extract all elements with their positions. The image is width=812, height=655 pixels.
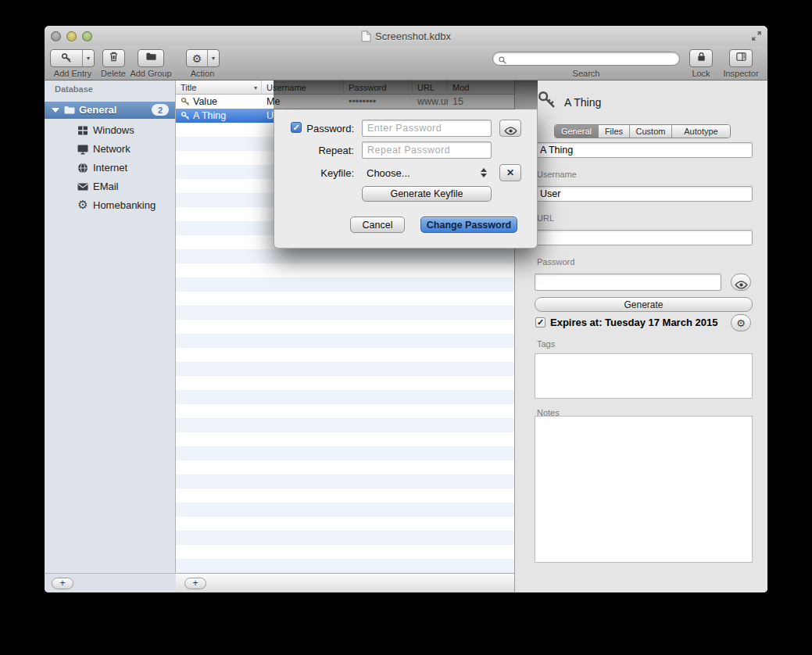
key-icon xyxy=(181,97,191,107)
keyfile-popup[interactable]: Choose... xyxy=(362,164,492,181)
change-password-button[interactable]: Change Password xyxy=(420,217,517,233)
inspector-label: Inspector xyxy=(710,69,767,78)
sidebar-group-general[interactable]: General 2 xyxy=(45,102,175,119)
folder-icon xyxy=(63,104,76,116)
tab-files[interactable]: Files xyxy=(599,125,630,138)
username-label: Username xyxy=(537,170,577,179)
sidebar-item-label: Homebanking xyxy=(93,199,156,211)
envelope-icon xyxy=(77,181,89,193)
cancel-button[interactable]: Cancel xyxy=(350,217,405,233)
sidebar-item-label: Internet xyxy=(93,162,127,174)
zoom-button[interactable] xyxy=(82,31,92,41)
folder-icon xyxy=(145,51,157,66)
action-button[interactable]: ⚙ ▾ xyxy=(186,49,220,67)
notes-textarea[interactable] xyxy=(535,416,753,563)
minimize-button[interactable] xyxy=(66,31,77,41)
dialog-repeat-label: Repeat: xyxy=(274,145,354,156)
tab-autotype[interactable]: Autotype xyxy=(672,125,730,138)
generate-password-button[interactable]: Generate xyxy=(535,297,753,312)
change-password-dialog: ✓ Password: Repeat: Keyfile: Choose... ✕… xyxy=(274,109,538,249)
username-field[interactable] xyxy=(535,186,753,202)
key-icon xyxy=(181,111,191,121)
action-label: Action xyxy=(171,69,234,78)
expires-checkbox[interactable]: ✓ xyxy=(535,317,546,328)
add-entry-button[interactable]: ▾ xyxy=(50,49,95,67)
add-entry-dropdown-icon[interactable]: ▾ xyxy=(82,50,94,66)
globe-icon xyxy=(77,162,89,174)
fullscreen-icon[interactable] xyxy=(751,30,762,41)
stepper-icon[interactable] xyxy=(481,168,487,177)
trash-icon xyxy=(108,51,120,66)
eye-icon xyxy=(735,278,748,287)
close-button[interactable] xyxy=(51,31,61,41)
action-dropdown-icon[interactable]: ▾ xyxy=(207,50,219,66)
url-field[interactable] xyxy=(535,230,753,245)
dialog-keyfile-label: Keyfile: xyxy=(274,167,354,179)
sidebar-item-label: EMail xyxy=(93,181,119,192)
tags-textarea[interactable] xyxy=(535,353,753,399)
sidebar-item-email[interactable]: EMail xyxy=(45,177,175,196)
delete-button[interactable] xyxy=(102,49,125,67)
document-icon xyxy=(361,30,371,42)
add-group-button[interactable] xyxy=(138,49,164,67)
group-count-badge: 2 xyxy=(152,104,169,116)
lock-icon xyxy=(696,51,707,66)
expires-settings-button[interactable]: ⚙ xyxy=(731,314,751,331)
sidebar-item-label: Network xyxy=(93,143,131,155)
keyfile-popup-value: Choose... xyxy=(362,167,410,179)
password-field[interactable] xyxy=(535,274,721,291)
url-label: URL xyxy=(537,213,554,223)
inspector-entry-title: A Thing xyxy=(564,96,601,109)
close-icon: ✕ xyxy=(506,167,514,178)
new-password-input[interactable] xyxy=(362,120,492,137)
cell-title: A Thing xyxy=(193,110,226,121)
expires-label: Expires at: Tuesday 17 March 2015 xyxy=(550,317,717,328)
group-label: General xyxy=(79,104,116,116)
key-icon xyxy=(51,50,82,66)
add-group-plus-button[interactable]: + xyxy=(52,578,73,589)
add-entry-plus-button[interactable]: + xyxy=(184,578,206,589)
clear-keyfile-button[interactable]: ✕ xyxy=(499,164,521,181)
gear-icon: ⚙ xyxy=(187,50,207,66)
tags-label: Tags xyxy=(537,339,555,349)
column-header-title[interactable]: Title ▾ xyxy=(176,81,262,95)
app-window: Screenshot.kdbx ▾ Add Entry Delete xyxy=(45,26,767,592)
sidebar-item-homebanking[interactable]: ⚙ Homebanking xyxy=(45,196,175,215)
network-icon xyxy=(77,143,89,156)
disclosure-triangle-icon[interactable] xyxy=(52,108,59,113)
sidebar-item-windows[interactable]: Windows xyxy=(45,121,175,140)
lock-button[interactable] xyxy=(689,49,713,67)
search-icon xyxy=(498,54,507,63)
sheet-shadow-band xyxy=(274,81,538,109)
screen-background: Screenshot.kdbx ▾ Add Entry Delete xyxy=(0,0,812,655)
tab-general[interactable]: General xyxy=(555,125,599,138)
reveal-password-button[interactable] xyxy=(731,274,751,291)
repeat-password-input[interactable] xyxy=(362,141,492,159)
sidebar-item-internet[interactable]: Internet xyxy=(45,159,175,177)
list-bottom-bar: + xyxy=(176,573,514,592)
homebanking-gear-icon: ⚙ xyxy=(77,198,89,212)
sidebar-header: Database xyxy=(55,84,93,94)
sidebar: Database General 2 Windows Network xyxy=(45,81,176,573)
eye-icon xyxy=(504,124,517,133)
inspector-toggle-button[interactable] xyxy=(729,49,753,67)
inspector-panel: A Thing General Files Custom Autotype Us… xyxy=(514,81,767,592)
tab-custom[interactable]: Custom xyxy=(630,125,672,138)
dialog-password-label: Password: xyxy=(274,123,354,134)
window-title: Screenshot.kdbx xyxy=(375,30,451,42)
search-field[interactable] xyxy=(492,52,680,66)
sidebar-item-label: Windows xyxy=(93,124,134,136)
dialog-reveal-password-button[interactable] xyxy=(499,120,521,137)
search-input[interactable] xyxy=(510,53,674,64)
password-label: Password xyxy=(537,257,574,267)
windows-icon xyxy=(77,124,89,137)
sidebar-item-network[interactable]: Network xyxy=(45,140,175,159)
search-label: Search xyxy=(555,69,617,78)
entry-key-icon xyxy=(537,90,557,110)
cell-title: Value xyxy=(193,96,217,107)
titlebar[interactable]: Screenshot.kdbx xyxy=(45,26,767,46)
generate-keyfile-button[interactable]: Generate Keyfile xyxy=(362,186,492,202)
sidebar-bottom-bar: + xyxy=(45,573,176,592)
inspector-tabs: General Files Custom Autotype xyxy=(554,124,731,138)
title-field[interactable] xyxy=(535,142,753,158)
